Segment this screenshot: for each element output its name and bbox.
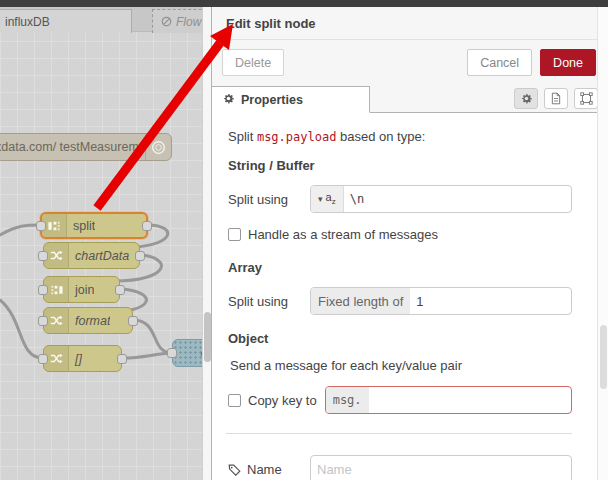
stream-checkbox-label: Handle as a stream of messages <box>248 227 438 242</box>
node-appearance-button[interactable] <box>574 88 598 109</box>
tray-title: Edit split node <box>212 7 608 40</box>
copy-key-checkbox[interactable] <box>228 394 241 407</box>
section-array: Array <box>228 260 572 275</box>
msg-payload-code: msg.payload <box>257 130 336 144</box>
flow-canvas[interactable]: xdata.com/ testMeasurement split chartDa… <box>0 7 202 480</box>
cancel-button[interactable]: Cancel <box>467 49 532 76</box>
app-header-bar <box>0 0 608 7</box>
tag-icon <box>228 463 241 476</box>
msg-prefix: msg. <box>326 387 369 413</box>
canvas-vertical-scrollbar[interactable] <box>202 7 211 480</box>
section-string-buffer: String / Buffer <box>228 158 572 173</box>
type-select-button[interactable]: ▾ az <box>311 186 344 212</box>
brackets-node-label: [] <box>69 352 82 366</box>
format-output-port[interactable] <box>128 316 138 326</box>
copy-key-label: Copy key to <box>248 393 317 408</box>
appearance-frame-icon <box>580 92 593 105</box>
join-input-port[interactable] <box>38 285 48 295</box>
string-split-field: ▾ az <box>310 185 572 213</box>
node-split[interactable]: split <box>40 212 148 239</box>
node-join[interactable]: join <box>43 276 120 303</box>
name-field <box>310 455 572 480</box>
chart-input-port[interactable] <box>167 348 177 358</box>
tray-scrollbar[interactable] <box>597 7 608 480</box>
fixed-length-prefix: Fixed length of <box>311 288 410 314</box>
chartdata-node-label: chartData <box>69 249 129 263</box>
node-format[interactable]: format <box>43 307 133 334</box>
tray-toolbar: Delete Cancel Done <box>212 40 608 86</box>
tab-properties[interactable]: Properties <box>212 86 370 113</box>
form-divider <box>226 433 572 434</box>
brackets-output-port[interactable] <box>117 354 127 364</box>
node-brackets[interactable]: [] <box>43 345 122 372</box>
node-chart[interactable]: c <box>172 339 202 367</box>
canvas-scrollbar-thumb[interactable] <box>204 312 211 362</box>
edit-node-tray: Edit split node Delete Cancel Done Prope… <box>211 7 608 480</box>
intro-text: Split msg.payload based on type: <box>228 129 572 144</box>
join-node-label: join <box>69 283 94 297</box>
flow-tabbar: influxDB Flow <box>0 7 202 32</box>
copy-key-input[interactable] <box>369 387 571 413</box>
object-help-text: Send a message for each key/value pair <box>230 358 572 373</box>
flow-tab-influxdb[interactable]: influxDB <box>0 9 132 33</box>
node-red-editor: xdata.com/ testMeasurement split chartDa… <box>0 0 608 480</box>
gear-icon <box>520 92 533 105</box>
properties-form: Split msg.payload based on type: String … <box>212 113 608 480</box>
name-input[interactable] <box>311 456 571 480</box>
done-button[interactable]: Done <box>540 49 596 76</box>
split-using-label: Split using <box>228 294 310 309</box>
influxdb-node-label: xdata.com/ testMeasurement <box>0 140 145 154</box>
flow-tab-label: Flow <box>176 15 201 29</box>
properties-tab-label: Properties <box>241 93 303 107</box>
copy-key-field: msg. <box>325 386 572 414</box>
split-input-port[interactable] <box>36 221 46 231</box>
string-type-icon: az <box>326 191 336 206</box>
format-input-port[interactable] <box>38 316 48 326</box>
brackets-input-port[interactable] <box>38 354 48 364</box>
name-label: Name <box>247 462 282 477</box>
chevron-down-icon: ▾ <box>318 194 323 204</box>
flow-tab-disabled[interactable]: Flow <box>152 9 202 33</box>
editor-tabbar: Properties <box>212 86 608 113</box>
array-split-field: Fixed length of <box>310 287 572 315</box>
influxdb-logo-icon <box>145 134 171 160</box>
chartdata-output-port[interactable] <box>135 251 145 261</box>
editor-tab-buttons <box>514 88 598 109</box>
document-icon <box>550 92 562 105</box>
stream-checkbox[interactable] <box>228 228 241 241</box>
chartdata-input-port[interactable] <box>38 251 48 261</box>
split-node-label: split <box>67 219 95 233</box>
tray-header: Edit split node Delete Cancel Done <box>212 7 608 86</box>
section-object: Object <box>228 331 572 346</box>
string-split-input[interactable] <box>344 186 571 212</box>
gear-icon <box>222 92 235 108</box>
format-node-label: format <box>69 314 110 328</box>
disabled-flow-icon <box>161 16 172 27</box>
join-output-port[interactable] <box>115 285 125 295</box>
split-output-port[interactable] <box>142 221 152 231</box>
split-using-label: Split using <box>228 192 310 207</box>
flow-tab-label: influxDB <box>5 15 50 29</box>
delete-button[interactable]: Delete <box>222 49 284 76</box>
node-influxdb[interactable]: xdata.com/ testMeasurement <box>0 133 172 161</box>
node-settings-button[interactable] <box>514 88 538 109</box>
node-description-button[interactable] <box>544 88 568 109</box>
array-length-input[interactable] <box>410 288 571 314</box>
node-chartdata[interactable]: chartData <box>43 242 140 269</box>
tray-scrollbar-thumb[interactable] <box>600 325 607 389</box>
